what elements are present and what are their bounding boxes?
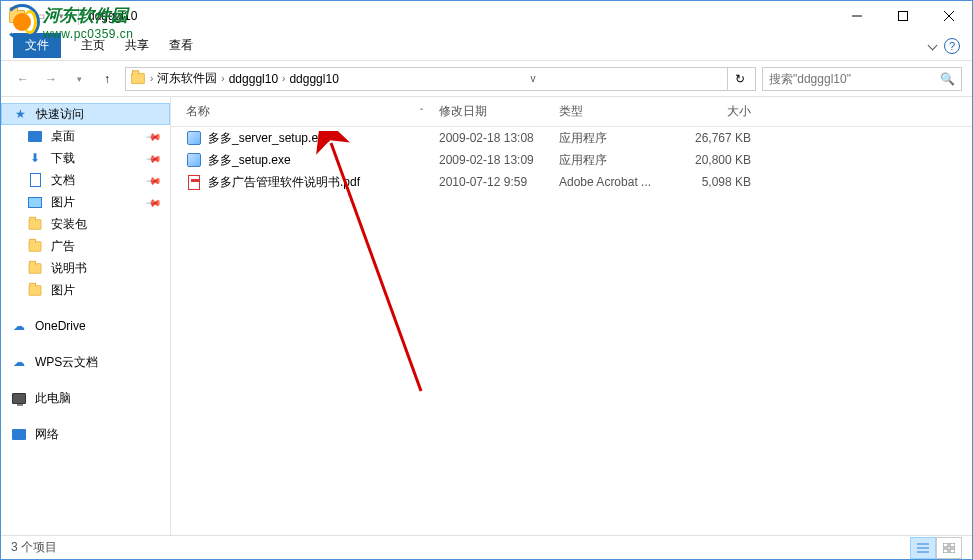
history-dropdown-icon[interactable]: ▾ — [67, 67, 91, 91]
file-name: 多多_setup.exe — [208, 152, 291, 169]
table-row[interactable]: 多多广告管理软件说明书.pdf 2010-07-12 9:59 Adobe Ac… — [171, 171, 972, 193]
sidebar-install-pkg[interactable]: 安装包 — [1, 213, 170, 235]
sidebar-pictures[interactable]: 图片📌 — [1, 191, 170, 213]
sidebar-desktop[interactable]: 桌面📌 — [1, 125, 170, 147]
breadcrumb-seg-2[interactable]: ddgggl10 — [289, 72, 338, 86]
search-input[interactable] — [769, 72, 940, 86]
forward-button[interactable]: → — [39, 67, 63, 91]
sidebar-documents[interactable]: 文档📌 — [1, 169, 170, 191]
pin-icon: 📌 — [146, 172, 162, 188]
chevron-right-icon[interactable]: › — [221, 73, 224, 84]
sidebar-onedrive[interactable]: ☁OneDrive — [1, 315, 170, 337]
tab-view[interactable]: 查看 — [169, 37, 193, 54]
file-name: 多多广告管理软件说明书.pdf — [208, 174, 360, 191]
sidebar-item-label: OneDrive — [35, 319, 86, 333]
sidebar-item-label: 网络 — [35, 426, 59, 443]
sidebar-wpscloud[interactable]: ☁WPS云文档 — [1, 351, 170, 373]
address-dropdown-icon[interactable]: v — [521, 67, 545, 91]
cloud-icon: ☁ — [11, 354, 27, 370]
column-header-name[interactable]: 名称ˆ — [171, 97, 431, 126]
sidebar-ads[interactable]: 广告 — [1, 235, 170, 257]
file-date: 2009-02-18 13:09 — [431, 153, 551, 167]
view-details-button[interactable] — [910, 537, 936, 559]
back-button[interactable]: ← — [11, 67, 35, 91]
sidebar-item-label: 说明书 — [51, 260, 87, 277]
file-type: 应用程序 — [551, 130, 671, 147]
refresh-button[interactable]: ↻ — [727, 67, 751, 91]
desktop-icon — [27, 128, 43, 144]
sidebar-item-label: 广告 — [51, 238, 75, 255]
sidebar-downloads[interactable]: ⬇下载📌 — [1, 147, 170, 169]
table-row[interactable]: 多多_setup.exe 2009-02-18 13:09 应用程序 20,80… — [171, 149, 972, 171]
sidebar-pictures2[interactable]: 图片 — [1, 279, 170, 301]
sort-arrow-icon: ˆ — [420, 107, 423, 117]
file-size: 26,767 KB — [671, 131, 771, 145]
sidebar-item-label: 此电脑 — [35, 390, 71, 407]
pdf-icon — [186, 174, 202, 190]
svg-rect-8 — [950, 543, 955, 547]
sidebar-quick-access[interactable]: ★ 快速访问 — [1, 103, 170, 125]
sidebar-network[interactable]: 网络 — [1, 423, 170, 445]
navbar: ← → ▾ ↑ › 河东软件园 › ddgggl10 › ddgggl10 v … — [1, 61, 972, 97]
folder-icon — [131, 73, 145, 84]
minimize-button[interactable] — [834, 1, 880, 31]
sidebar-item-label: 快速访问 — [36, 106, 84, 123]
search-icon[interactable]: 🔍 — [940, 72, 955, 86]
cloud-icon: ☁ — [11, 318, 27, 334]
sidebar-item-label: 下载 — [51, 150, 75, 167]
breadcrumb-seg-1[interactable]: ddgggl10 — [229, 72, 278, 86]
search-box[interactable]: 🔍 — [762, 67, 962, 91]
column-header-row: 名称ˆ 修改日期 类型 大小 — [171, 97, 972, 127]
titlebar: ▭ ▾ ddgggl10 — [1, 1, 972, 31]
folder-icon — [27, 282, 43, 298]
ribbon-collapse-icon[interactable] — [928, 41, 938, 51]
svg-rect-9 — [943, 549, 948, 553]
folder-icon — [9, 8, 25, 24]
svg-rect-10 — [950, 549, 955, 553]
column-header-size[interactable]: 大小 — [671, 97, 771, 126]
window-title: ddgggl10 — [88, 9, 137, 23]
close-button[interactable] — [926, 1, 972, 31]
chevron-right-icon[interactable]: › — [282, 73, 285, 84]
file-date: 2010-07-12 9:59 — [431, 175, 551, 189]
view-icons-button[interactable] — [936, 537, 962, 559]
sidebar-item-label: 桌面 — [51, 128, 75, 145]
file-size: 20,800 KB — [671, 153, 771, 167]
ribbon: 文件 主页 共享 查看 ? — [1, 31, 972, 61]
pin-icon: 📌 — [146, 128, 162, 144]
breadcrumb-seg-root[interactable]: 河东软件园 — [157, 70, 217, 87]
folder-icon — [27, 216, 43, 232]
sidebar-manual[interactable]: 说明书 — [1, 257, 170, 279]
tab-share[interactable]: 共享 — [125, 37, 149, 54]
file-name: 多多_server_setup.exe — [208, 130, 331, 147]
status-count: 3 个项目 — [11, 539, 57, 556]
download-icon: ⬇ — [27, 150, 43, 166]
file-type: 应用程序 — [551, 152, 671, 169]
sidebar-item-label: 文档 — [51, 172, 75, 189]
tab-home[interactable]: 主页 — [81, 37, 105, 54]
breadcrumb[interactable]: › 河东软件园 › ddgggl10 › ddgggl10 v ↻ — [125, 67, 756, 91]
sidebar-item-label: 图片 — [51, 194, 75, 211]
file-list: 名称ˆ 修改日期 类型 大小 多多_server_setup.exe 2009-… — [171, 97, 972, 535]
column-header-type[interactable]: 类型 — [551, 97, 671, 126]
statusbar: 3 个项目 — [1, 535, 972, 559]
column-header-date[interactable]: 修改日期 — [431, 97, 551, 126]
quick-properties-icon[interactable]: ▭ — [31, 8, 47, 24]
file-type: Adobe Acrobat ... — [551, 175, 671, 189]
up-button[interactable]: ↑ — [95, 67, 119, 91]
network-icon — [11, 426, 27, 442]
folder-icon — [27, 238, 43, 254]
pc-icon — [11, 390, 27, 406]
maximize-button[interactable] — [880, 1, 926, 31]
chevron-right-icon[interactable]: › — [150, 73, 153, 84]
exe-icon — [186, 130, 202, 146]
help-icon[interactable]: ? — [944, 38, 960, 54]
sidebar-thispc[interactable]: 此电脑 — [1, 387, 170, 409]
pin-icon: 📌 — [146, 194, 162, 210]
sidebar-item-label: 安装包 — [51, 216, 87, 233]
sidebar-item-label: WPS云文档 — [35, 354, 98, 371]
picture-icon — [27, 194, 43, 210]
tab-file[interactable]: 文件 — [13, 33, 61, 58]
quick-dropdown-icon[interactable]: ▾ — [53, 8, 69, 24]
table-row[interactable]: 多多_server_setup.exe 2009-02-18 13:08 应用程… — [171, 127, 972, 149]
